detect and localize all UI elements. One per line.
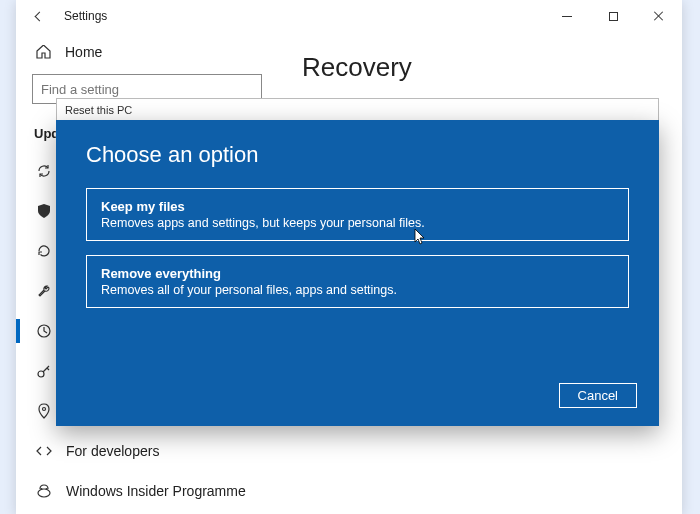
svg-point-2 [43, 408, 46, 411]
svg-point-4 [41, 488, 43, 490]
cancel-button[interactable]: Cancel [559, 383, 637, 408]
sidebar-item-for-developers[interactable]: For developers [32, 431, 274, 471]
option-remove-everything[interactable]: Remove everything Removes all of your pe… [86, 255, 629, 308]
option-title: Keep my files [101, 199, 614, 214]
home-icon [36, 45, 51, 59]
minimize-icon [562, 16, 572, 17]
recovery-icon [36, 323, 52, 339]
close-icon [654, 11, 664, 21]
svg-point-3 [38, 489, 50, 497]
sync-icon [36, 163, 52, 179]
key-icon [36, 363, 52, 379]
shield-icon [36, 203, 52, 219]
dialog-header: Reset this PC [56, 98, 659, 120]
wrench-icon [36, 283, 52, 299]
code-icon [36, 443, 52, 459]
sidebar-item-label: Windows Insider Programme [66, 483, 246, 499]
option-keep-my-files[interactable]: Keep my files Removes apps and settings,… [86, 188, 629, 241]
dialog-body: Choose an option Keep my files Removes a… [56, 120, 659, 426]
option-desc: Removes apps and settings, but keeps you… [101, 216, 614, 230]
option-title: Remove everything [101, 266, 614, 281]
option-desc: Removes all of your personal files, apps… [101, 283, 614, 297]
backup-icon [36, 243, 52, 259]
dialog-title: Choose an option [86, 142, 629, 168]
insider-icon [36, 483, 52, 499]
arrow-left-icon [34, 11, 44, 21]
page-title: Recovery [302, 52, 654, 83]
location-icon [36, 403, 52, 419]
titlebar: Settings [16, 0, 682, 32]
reset-dialog: Reset this PC Choose an option Keep my f… [56, 98, 659, 426]
sidebar-item-label: For developers [66, 443, 159, 459]
back-button[interactable] [16, 0, 62, 32]
window-title: Settings [64, 9, 107, 23]
minimize-button[interactable] [544, 0, 590, 32]
sidebar-home-label: Home [65, 44, 102, 60]
sidebar-home[interactable]: Home [32, 36, 274, 74]
close-button[interactable] [636, 0, 682, 32]
svg-point-5 [46, 488, 48, 490]
maximize-button[interactable] [590, 0, 636, 32]
sidebar-item-insider-programme[interactable]: Windows Insider Programme [32, 471, 274, 511]
maximize-icon [609, 12, 618, 21]
search-input[interactable] [41, 82, 253, 97]
